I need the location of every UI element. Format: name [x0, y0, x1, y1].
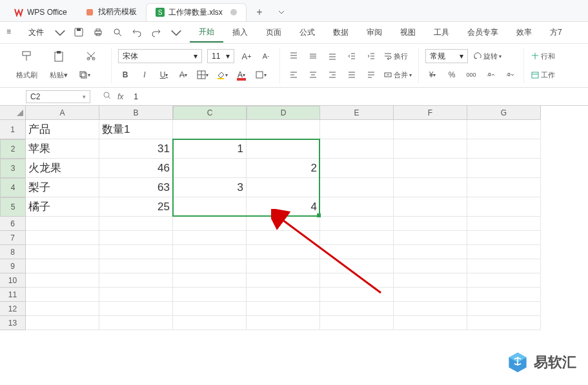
- col-header-E[interactable]: E: [320, 106, 394, 120]
- row-header-1[interactable]: 1: [0, 120, 26, 139]
- fx-icon[interactable]: fx: [117, 92, 123, 101]
- print-icon[interactable]: [93, 27, 105, 39]
- cell-empty[interactable]: [394, 316, 467, 330]
- comma-button[interactable]: 000: [464, 68, 478, 82]
- menu-view[interactable]: 视图: [391, 23, 425, 42]
- cell-G5[interactable]: [467, 197, 541, 217]
- menu-more[interactable]: 方7: [541, 23, 571, 42]
- cell-empty[interactable]: [467, 273, 541, 288]
- save-icon[interactable]: [74, 27, 85, 39]
- cell-empty[interactable]: [26, 273, 99, 288]
- chevron-down-icon[interactable]: [170, 27, 182, 39]
- cell-empty[interactable]: [173, 217, 247, 231]
- cell-empty[interactable]: [26, 259, 99, 273]
- cell-E3[interactable]: [320, 159, 394, 178]
- font-name-select[interactable]: 宋体▾: [118, 49, 202, 63]
- cell-empty[interactable]: [320, 231, 394, 245]
- cell-empty[interactable]: [467, 302, 541, 316]
- cell-E2[interactable]: [320, 139, 394, 159]
- row-header-9[interactable]: 9: [0, 259, 26, 273]
- cell-B1[interactable]: 数量1: [99, 120, 173, 139]
- cell-empty[interactable]: [467, 259, 541, 273]
- increase-font-button[interactable]: A+: [239, 49, 254, 63]
- cell-empty[interactable]: [394, 231, 467, 245]
- tab-add[interactable]: +: [250, 3, 269, 21]
- tab-app[interactable]: WPS Office: [5, 3, 76, 21]
- cell-empty[interactable]: [467, 231, 541, 245]
- align-bottom-button[interactable]: [325, 49, 340, 63]
- row-header-12[interactable]: 12: [0, 302, 26, 316]
- cell-F2[interactable]: [394, 139, 467, 159]
- cell-F1[interactable]: [394, 120, 467, 139]
- cell-G2[interactable]: [467, 139, 541, 159]
- decrease-indent-button[interactable]: [345, 49, 359, 63]
- row-header-2[interactable]: 2: [0, 139, 26, 159]
- strikethrough-button[interactable]: A▾: [176, 68, 190, 82]
- cell-empty[interactable]: [394, 273, 467, 288]
- menu-start[interactable]: 开始: [190, 23, 223, 43]
- name-box[interactable]: C2▾: [26, 90, 90, 103]
- cell-empty[interactable]: [173, 231, 247, 245]
- cell-empty[interactable]: [173, 316, 247, 330]
- cell-empty[interactable]: [99, 245, 173, 259]
- cell-empty[interactable]: [173, 302, 247, 316]
- menu-page[interactable]: 页面: [257, 23, 290, 42]
- cell-empty[interactable]: [467, 316, 541, 330]
- cell-B3[interactable]: 46: [99, 159, 173, 178]
- font-size-select[interactable]: 11▾: [207, 49, 234, 63]
- menu-insert[interactable]: 插入: [223, 23, 257, 42]
- cell-E4[interactable]: [320, 178, 394, 197]
- row-header-5[interactable]: 5: [0, 197, 26, 217]
- cell-empty[interactable]: [26, 245, 99, 259]
- cell-C3[interactable]: [173, 159, 247, 178]
- cell-empty[interactable]: [247, 259, 320, 273]
- cell-A4[interactable]: 梨子: [26, 178, 99, 197]
- row-header-7[interactable]: 7: [0, 231, 26, 245]
- cell-empty[interactable]: [173, 259, 247, 273]
- cell-empty[interactable]: [394, 302, 467, 316]
- cell-A5[interactable]: 橘子: [26, 197, 99, 217]
- cell-C2[interactable]: 1: [173, 139, 247, 159]
- cell-empty[interactable]: [99, 231, 173, 245]
- currency-button[interactable]: ¥▾: [425, 68, 440, 82]
- italic-button[interactable]: I: [137, 68, 152, 82]
- cell-F4[interactable]: [394, 178, 467, 197]
- border-button[interactable]: ▾: [196, 68, 210, 82]
- number-format-select[interactable]: 常规▾: [425, 49, 468, 63]
- cell-empty[interactable]: [247, 245, 320, 259]
- wrap-text-button[interactable]: 换行: [383, 49, 408, 63]
- underline-button[interactable]: U▾: [157, 68, 171, 82]
- cell-empty[interactable]: [26, 302, 99, 316]
- menu-formula[interactable]: 公式: [290, 23, 324, 42]
- cell-empty[interactable]: [173, 245, 247, 259]
- cell-E5[interactable]: [320, 197, 394, 217]
- cell-empty[interactable]: [26, 217, 99, 231]
- cell-G3[interactable]: [467, 159, 541, 178]
- align-top-button[interactable]: [287, 49, 301, 63]
- cell-A1[interactable]: 产品: [26, 120, 99, 139]
- cell-B4[interactable]: 63: [99, 178, 173, 197]
- cell-empty[interactable]: [247, 217, 320, 231]
- menu-efficiency[interactable]: 效率: [507, 23, 541, 42]
- select-all-corner[interactable]: [0, 106, 26, 120]
- format-painter-button[interactable]: [13, 50, 40, 63]
- tab-more[interactable]: [272, 3, 290, 21]
- cell-empty[interactable]: [99, 259, 173, 273]
- cell-empty[interactable]: [320, 259, 394, 273]
- col-header-C[interactable]: C: [173, 106, 247, 120]
- cell-B2[interactable]: 31: [99, 139, 173, 159]
- cell-empty[interactable]: [394, 259, 467, 273]
- cell-G4[interactable]: [467, 178, 541, 197]
- cell-empty[interactable]: [247, 231, 320, 245]
- align-right-button[interactable]: [325, 68, 340, 82]
- col-header-G[interactable]: G: [467, 106, 541, 120]
- cell-E1[interactable]: [320, 120, 394, 139]
- cell-empty[interactable]: [247, 273, 320, 288]
- align-center-button[interactable]: [306, 68, 320, 82]
- menu-review[interactable]: 审阅: [358, 23, 391, 42]
- row-header-6[interactable]: 6: [0, 217, 26, 231]
- bold-button[interactable]: B: [118, 68, 132, 82]
- cell-empty[interactable]: [394, 288, 467, 302]
- cell-empty[interactable]: [467, 288, 541, 302]
- undo-icon[interactable]: [132, 27, 143, 39]
